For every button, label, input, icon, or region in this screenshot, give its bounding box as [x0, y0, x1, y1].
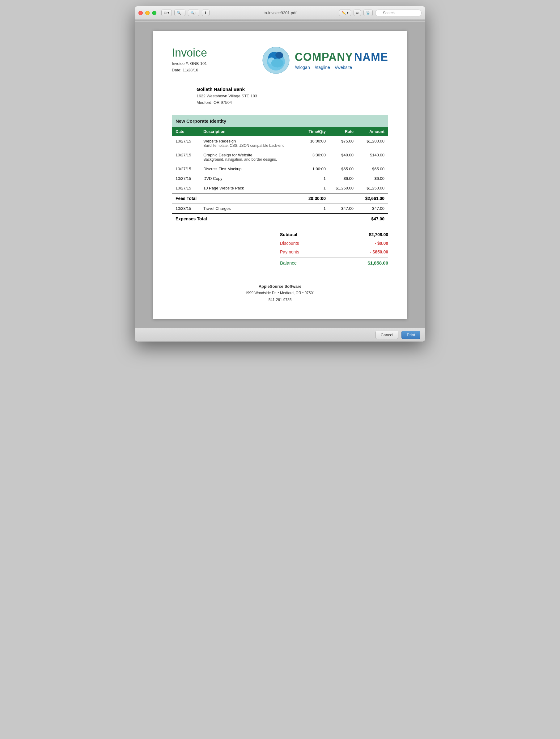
footer-address: 1999 Woodside Dr. • Medford, OR • 97501 — [172, 290, 388, 297]
fees-total-amount: $2,661.00 — [357, 193, 388, 204]
toolbar-left: ⊞▾ 🔍− 🔍+ ⬆ — [161, 10, 209, 16]
payment-value: - $850.00 — [370, 250, 388, 254]
summary-table: Subtotal $2,708.00 Discounts - $0.00 Pay… — [280, 230, 388, 267]
copy-button[interactable]: ⧉ — [354, 10, 361, 16]
footer-phone: 541-261-9785 — [172, 297, 388, 303]
subtotal-row: Subtotal $2,708.00 — [280, 230, 388, 239]
invoice-title-block: Invoice Invoice #: GNB-101 Date: 11/28/1… — [172, 46, 207, 73]
row1-time: 16:00:00 — [298, 136, 329, 150]
header-time-qty: Time/Qty — [298, 127, 329, 136]
table-row: 10/28/15 Travel Charges 1 $47.00 $47.00 — [172, 203, 388, 213]
annotate-button[interactable]: ✏️▾ — [339, 10, 351, 16]
table-row: 10/27/15 Graphic Design for Website Back… — [172, 150, 388, 164]
summary-section: Subtotal $2,708.00 Discounts - $0.00 Pay… — [172, 230, 388, 267]
balance-label: Balance — [280, 260, 297, 266]
fees-total-row: Fees Total 20:30:00 $2,661.00 — [172, 193, 388, 204]
invoice-footer: AppleSource Software 1999 Woodside Dr. •… — [172, 283, 388, 303]
share-button[interactable]: ⬆ — [202, 10, 209, 16]
row3-time: 1:00:00 — [298, 164, 329, 174]
row3-rate: $65.00 — [329, 164, 357, 174]
bottom-bar: Cancel Print — [135, 328, 425, 341]
pen-icon: ✏️ — [341, 11, 346, 15]
bill-to-address: 1622 Westshown Village STE 103 Medford, … — [196, 93, 388, 106]
invoice-meta: Invoice #: GNB-101 Date: 11/28/16 — [172, 60, 207, 73]
header-description: Description — [200, 127, 298, 136]
exp-row1-amount: $47.00 — [357, 203, 388, 213]
row2-time: 3:30:00 — [298, 150, 329, 164]
row1-amount: $1,200.00 — [357, 136, 388, 150]
airdrop-button[interactable]: 📡 — [364, 10, 373, 16]
row5-amount: $1,250.00 — [357, 183, 388, 193]
row2-date: 10/27/15 — [172, 150, 200, 164]
row5-desc: 10 Page Website Pack — [200, 183, 298, 193]
expenses-total-time-blank — [298, 213, 329, 224]
exp-row1-rate: $47.00 — [329, 203, 357, 213]
invoice-table: New Corporate Identity Date Description … — [172, 115, 388, 224]
row3-date: 10/27/15 — [172, 164, 200, 174]
maximize-button[interactable] — [152, 11, 156, 15]
table-row: 10/27/15 Discuss First Mockup 1:00:00 $6… — [172, 164, 388, 174]
payment-label: Payments — [280, 250, 299, 254]
svg-point-5 — [271, 59, 283, 68]
toolbar-right: ✏️▾ ⧉ 📡 🔍 — [339, 10, 422, 16]
row5-time: 1 — [298, 183, 329, 193]
zoom-out-button[interactable]: 🔍− — [174, 10, 185, 16]
subtotal-value: $2,708.00 — [369, 232, 388, 237]
search-input[interactable] — [375, 10, 422, 16]
invoice-number: Invoice #: GNB-101 — [172, 60, 207, 67]
sidebar-toggle-button[interactable]: ⊞▾ — [161, 10, 172, 16]
header-amount: Amount — [357, 127, 388, 136]
exp-row1-time: 1 — [298, 203, 329, 213]
section-header-row: New Corporate Identity — [172, 115, 388, 127]
table-row: 10/27/15 Website Redesign Build Template… — [172, 136, 388, 150]
company-slogan: //slogan //tagline //website — [295, 65, 388, 70]
row5-rate: $1,250.00 — [329, 183, 357, 193]
slogan1: //slogan — [295, 65, 310, 70]
footer-company: AppleSource Software — [172, 283, 388, 290]
invoice-title: Invoice — [172, 46, 207, 59]
row2-rate: $40.00 — [329, 150, 357, 164]
company-word1: COMPANY — [295, 51, 353, 64]
mac-window: ⊞▾ 🔍− 🔍+ ⬆ tn-invoice9201.pdf ✏️▾ ⧉ 📡 — [135, 6, 425, 341]
discount-label: Discounts — [280, 241, 299, 246]
expenses-total-label: Expenses Total — [172, 213, 298, 224]
row1-date: 10/27/15 — [172, 136, 200, 150]
payment-row: Payments - $850.00 — [280, 248, 388, 256]
share-icon: ⬆ — [204, 11, 207, 15]
close-button[interactable] — [138, 11, 143, 15]
window-title: tn-invoice9201.pdf — [264, 10, 296, 15]
pdf-content: Invoice Invoice #: GNB-101 Date: 11/28/1… — [135, 22, 425, 328]
row3-desc: Discuss First Mockup — [200, 164, 298, 174]
company-word2: NAME — [354, 51, 388, 64]
company-name-line: COMPANY NAME — [295, 51, 388, 64]
bill-to-address2: Medford, OR 97504 — [196, 100, 388, 106]
title-bar: ⊞▾ 🔍− 🔍+ ⬆ tn-invoice9201.pdf ✏️▾ ⧉ 📡 — [135, 6, 425, 20]
cancel-button[interactable]: Cancel — [376, 331, 398, 339]
row1-rate: $75.00 — [329, 136, 357, 150]
slogan2: //tagline — [315, 65, 330, 70]
search-wrapper: 🔍 — [375, 10, 422, 16]
zoom-in-button[interactable]: 🔍+ — [188, 10, 199, 16]
table-row: 10/27/15 DVD Copy 1 $6.00 $6.00 — [172, 174, 388, 183]
window-title-text: tn-invoice9201.pdf — [264, 10, 296, 15]
row1-desc: Website Redesign Build Template, CSS, JS… — [200, 136, 298, 150]
print-button[interactable]: Print — [402, 331, 420, 339]
row4-date: 10/27/15 — [172, 174, 200, 183]
bill-to-address1: 1622 Westshown Village STE 103 — [196, 93, 388, 100]
section-header-label: New Corporate Identity — [172, 115, 388, 127]
company-logo-block: COMPANY NAME //slogan //tagline //websit… — [262, 46, 388, 74]
row5-date: 10/27/15 — [172, 183, 200, 193]
expenses-total-rate-blank — [329, 213, 357, 224]
minimize-button[interactable] — [145, 11, 150, 15]
slogan3: //website — [335, 65, 352, 70]
exp-row1-desc: Travel Charges — [200, 203, 298, 213]
header-rate: Rate — [329, 127, 357, 136]
company-text-block: COMPANY NAME //slogan //tagline //websit… — [295, 51, 388, 70]
invoice-date: Date: 11/28/16 — [172, 67, 207, 73]
fees-total-rate-blank — [329, 193, 357, 204]
invoice-header: Invoice Invoice #: GNB-101 Date: 11/28/1… — [172, 46, 388, 74]
row4-amount: $6.00 — [357, 174, 388, 183]
row2-desc: Graphic Design for Website Background, n… — [200, 150, 298, 164]
copy-icon: ⧉ — [356, 11, 359, 15]
company-logo — [262, 46, 290, 74]
